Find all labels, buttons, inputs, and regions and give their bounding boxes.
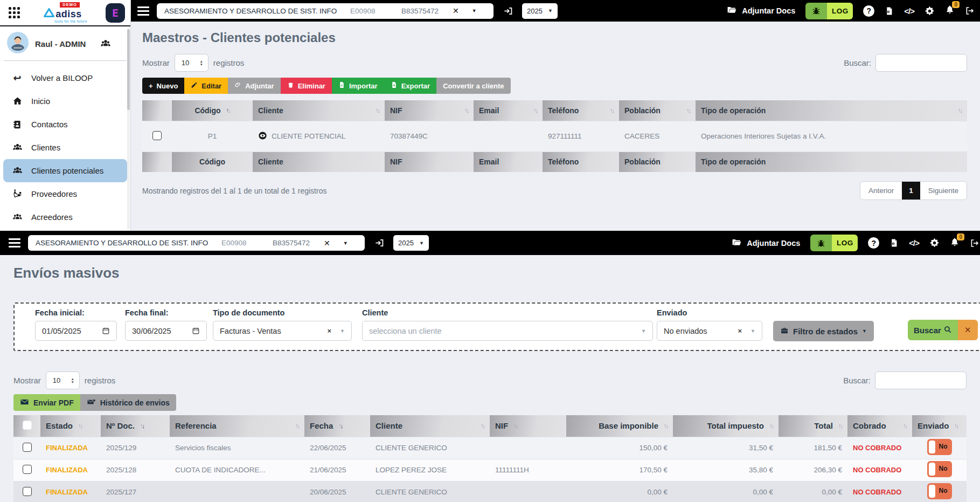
sort-icon[interactable]: ↑↓ [376,107,379,114]
nuevo-button[interactable]: +Nuevo [142,78,184,94]
enviado-toggle[interactable]: No [927,461,952,477]
table-row[interactable]: FINALIZADA 2025/129 Servicios fiscales 2… [13,437,967,459]
gear-icon[interactable] [925,6,935,16]
tipo-documento-select[interactable]: Facturas - Ventas × ▼ [213,321,352,341]
sort-icon[interactable]: ↑↓ [769,423,773,429]
sort-icon[interactable]: ↑↓ [958,107,962,114]
eye-icon[interactable] [258,131,267,142]
sort-icon[interactable]: ↑↓ [513,423,517,429]
pagination-next[interactable]: Siguiente [920,182,967,200]
sort-icon[interactable]: ↑↓ [954,423,958,429]
search-input[interactable] [875,372,967,389]
page-size-select[interactable]: 10 ▲▼ [175,54,208,72]
clear-icon[interactable]: × [327,327,331,335]
sort-icon[interactable]: ↑↓ [226,107,230,114]
sidebar-item-contactos[interactable]: Contactos [0,113,130,136]
gear-icon[interactable] [929,238,940,248]
app-grid-icon[interactable] [9,7,20,18]
pagination-prev[interactable]: Anterior [860,182,902,200]
sort-icon[interactable]: ↑↓ [338,423,342,429]
enter-company-icon[interactable] [503,6,513,16]
table-row[interactable]: P1 CLIENTE POTENCIAL 70387449C 927111111… [142,121,967,152]
sort-icon[interactable]: ↑↓ [664,423,668,429]
logout-icon[interactable] [965,6,975,16]
convertir-a-cliente-button[interactable]: Convertir a cliente [436,78,510,94]
adiss-logo[interactable]: DEMO adiss tools for the future [38,2,87,24]
exportar-button[interactable]: Exportar [384,78,436,94]
row-checkbox[interactable] [152,131,162,140]
editar-button[interactable]: Editar [184,78,228,94]
notifications-bell-icon[interactable]: 0 [950,237,960,249]
historico-envios-button[interactable]: Histórico de envios [80,394,176,411]
row-checkbox[interactable] [23,443,32,452]
enviado-toggle[interactable]: No [927,483,952,499]
sidebar-item-proveedores[interactable]: Proveedores [0,182,130,205]
row-checkbox[interactable] [23,465,32,474]
company-selector[interactable]: ASESORAMIENTO Y DESARROLLO DE SIST. INFO… [157,3,494,19]
file-export-icon[interactable] [885,6,894,16]
sort-icon[interactable]: ↑↓ [295,423,299,429]
code-icon[interactable]: </> [904,6,914,16]
logout-icon[interactable] [970,238,979,248]
year-select[interactable]: 2025 ▼ [393,235,429,251]
enter-company-icon[interactable] [374,238,385,248]
sidebar-item-volver-a-biloop[interactable]: ↩ Volver a BILOOP [0,66,130,90]
enviar-pdf-button[interactable]: Enviar PDF [13,394,80,411]
help-icon[interactable]: ? [868,237,879,249]
chevron-down-icon[interactable]: ▼ [641,328,646,334]
adjuntar-button[interactable]: Adjuntar [228,78,280,94]
importar-button[interactable]: Importar [332,78,384,94]
users-icon[interactable] [100,38,112,50]
clear-icon[interactable]: × [738,327,742,335]
notifications-bell-icon[interactable]: 0 [945,5,955,17]
sidebar-item-acreedores[interactable]: Acreedores [0,205,130,229]
sort-icon[interactable]: ↑↓ [533,107,537,114]
log-button[interactable]: LOG [805,3,853,19]
adjuntar-docs-button[interactable]: Adjuntar Docs [727,5,795,17]
chevron-down-icon[interactable]: ▼ [750,328,755,334]
sort-icon[interactable]: ↑↓ [464,107,468,114]
row-checkbox[interactable] [23,487,32,496]
year-select[interactable]: 2025 ▼ [522,3,558,19]
table-row[interactable]: FINALIZADA 2025/128 CUOTA DE INDICADORE.… [13,459,967,481]
cliente-select[interactable]: selecciona un cliente ▼ [362,321,653,341]
clear-company-icon[interactable]: ✕ [453,6,459,15]
avatar[interactable] [7,32,29,56]
hamburger-menu-icon[interactable] [137,6,149,16]
table-row[interactable]: FINALIZADA 2025/127 20/06/2025 CLIENTE G… [13,481,967,502]
calendar-icon[interactable] [192,327,200,335]
select-all-checkbox[interactable] [23,421,32,430]
buscar-button[interactable]: Buscar [908,320,958,340]
sort-icon[interactable]: ↑↓ [838,423,842,429]
company-selector[interactable]: ASESORAMIENTO Y DESARROLLO DE SIST. INFO… [28,235,365,251]
code-icon[interactable]: </> [909,238,919,247]
sidebar-item-inicio[interactable]: Inicio [0,90,130,113]
sort-icon[interactable]: ↑↓ [481,423,484,429]
enviado-toggle[interactable]: No [927,439,952,455]
hamburger-menu-icon[interactable] [9,238,20,247]
calendar-icon[interactable] [102,327,110,335]
chevron-down-icon[interactable]: ▼ [472,8,477,13]
sort-icon[interactable]: ↑↓ [78,423,82,429]
fecha-final-input[interactable]: 30/06/2025 [125,321,207,341]
sidebar-scrollbar[interactable] [127,28,130,230]
chevron-down-icon[interactable]: ▼ [343,240,348,246]
help-icon[interactable]: ? [863,5,874,17]
sidebar-item-clientes[interactable]: Clientes [0,136,130,159]
fecha-inicial-input[interactable]: 01/05/2025 [35,321,117,341]
sort-icon[interactable]: ↑↓ [610,107,614,114]
e-app-button[interactable]: E [106,3,125,23]
page-size-select[interactable]: 10 ▲▼ [46,372,80,389]
eliminar-button[interactable]: Eliminar [281,78,332,94]
search-input[interactable] [875,54,967,72]
adjuntar-docs-button[interactable]: Adjuntar Docs [732,237,800,249]
sort-icon[interactable]: ↑↓ [903,423,907,429]
sort-icon[interactable]: ↑↓ [686,107,690,114]
chevron-down-icon[interactable]: ▼ [340,328,345,334]
pagination-page-1[interactable]: 1 [902,182,920,200]
file-export-icon[interactable] [889,238,899,247]
sort-icon[interactable]: ↑↓ [140,423,144,429]
clear-search-button[interactable]: ✕ [958,320,978,340]
filtro-de-estados-button[interactable]: Filtro de estados ▼ [773,321,874,341]
log-button[interactable]: LOG [810,235,858,251]
